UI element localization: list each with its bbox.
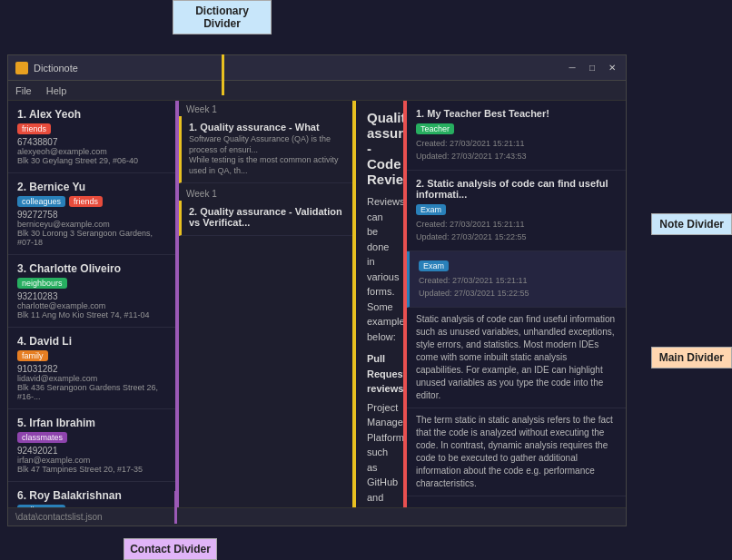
contact-item[interactable]: 6. Roy Balakrishnan colleagues 92624417 …: [8, 482, 175, 507]
contact-name: 6. Roy Balakrishnan: [17, 489, 166, 502]
contact-name: 1. Alex Yeoh: [17, 108, 166, 121]
section-content: Project Management Platforms such as Git…: [367, 400, 392, 508]
contact-email: irfan@example.com: [17, 456, 166, 465]
contact-tag: family: [17, 350, 48, 361]
contact-name: 5. Irfan Ibrahim: [17, 417, 166, 429]
contact-address: Blk 47 Tampines Street 20, #17-35: [17, 465, 166, 474]
contact-panel: 1. Alex Yeoh friends 67438807 alexyeoh@e…: [8, 101, 179, 507]
notes-index-title: 2. Static analysis of code can find usef…: [416, 178, 617, 200]
notes-index-body-text: Static analysis of code can find useful …: [407, 308, 626, 408]
contact-item[interactable]: 5. Irfan Ibrahim classmates 92492021 irf…: [8, 409, 175, 482]
notes-index-dates: Created: 27/03/2021 15:21:11Updated: 27/…: [416, 138, 617, 162]
main-divider-label: Main Divider: [651, 347, 732, 368]
notes-index-detail-tag: Exam: [419, 260, 449, 271]
close-button[interactable]: ✕: [606, 62, 618, 74]
notes-index-dates: Created: 27/03/2021 15:21:11Updated: 27/…: [416, 219, 617, 243]
contact-email: lidavid@example.com: [17, 374, 166, 383]
note-detail-body: Reviews can be done in various forms. So…: [367, 194, 392, 507]
contact-phone: 99272758: [17, 210, 166, 220]
note-divider-label: Note Divider: [651, 213, 732, 235]
contact-phone: 91031282: [17, 364, 166, 374]
contact-item[interactable]: 4. David Li family 91031282 lidavid@exam…: [8, 328, 175, 409]
contact-address: Blk 436 Serangoon Gardens Street 26, #16…: [17, 383, 166, 401]
contact-email: charlotte@example.com: [17, 301, 166, 310]
notes-index-tag: Teacher: [416, 123, 454, 134]
note-list-title: 2. Quality assurance - Validation vs Ver…: [189, 206, 345, 228]
status-text: \data\contactslist.json: [15, 512, 103, 522]
week-label: Week 1: [179, 101, 352, 116]
notes-index-item[interactable]: 2. Static analysis of code can find usef…: [407, 171, 626, 251]
contact-address: Blk 11 Ang Mo Kio Street 74, #11-04: [17, 310, 166, 319]
notes-list-panel: Week 1 1. Quality assurance - What Softw…: [179, 101, 356, 507]
app-icon: [15, 62, 28, 74]
note-list-item[interactable]: 2. Quality assurance - Validation vs Ver…: [179, 201, 352, 236]
notes-index-tag: Exam: [416, 204, 446, 215]
contact-tag: friends: [69, 196, 103, 207]
contact-email: berniceyu@example.com: [17, 220, 166, 229]
contact-tag: friends: [17, 123, 51, 134]
contact-item[interactable]: 1. Alex Yeoh friends 67438807 alexyeoh@e…: [8, 101, 175, 173]
contact-divider-line: [174, 491, 177, 524]
note-list-item[interactable]: 1. Quality assurance - What Software Qua…: [179, 116, 352, 183]
app-title: Dictionote: [34, 63, 78, 74]
contact-tag: classmates: [17, 432, 67, 443]
dictionary-divider-label: Dictionary Divider: [173, 0, 272, 34]
note-detail-panel: Quality assurance - Code Reviews Reviews…: [356, 101, 403, 507]
app-window: Dictionote ─ □ ✕ File Help 1. Alex Yeoh …: [7, 54, 627, 526]
dictionary-divider-line: [222, 54, 224, 95]
main-content: 1. Alex Yeoh friends 67438807 alexyeoh@e…: [8, 101, 626, 507]
maximize-button[interactable]: □: [586, 62, 598, 74]
note-list-title: 1. Quality assurance - What: [189, 122, 345, 133]
minimize-button[interactable]: ─: [566, 62, 579, 74]
contact-phone: 92492021: [17, 446, 166, 456]
note-detail-title: Quality assurance - Code Reviews: [367, 110, 392, 187]
contact-tag: neighbours: [17, 278, 67, 289]
contact-tag: colleagues: [17, 505, 65, 507]
menu-help[interactable]: Help: [46, 85, 67, 96]
section-heading: Pull Request reviews: [367, 351, 392, 397]
contact-divider-label: Contact Divider: [124, 538, 217, 560]
contact-phone: 93210283: [17, 291, 166, 301]
note-list-preview2: While testing is the most common activit…: [189, 155, 345, 176]
contact-name: 2. Bernice Yu: [17, 181, 166, 193]
contact-item[interactable]: 3. Charlotte Oliveiro neighbours 9321028…: [8, 255, 175, 328]
week-label: Week 1: [179, 185, 352, 201]
contact-phone: 67438807: [17, 137, 166, 147]
contact-email: alexyeoh@example.com: [17, 147, 166, 156]
status-bar: \data\contactslist.json: [8, 507, 626, 526]
contact-name: 4. David Li: [17, 335, 166, 348]
notes-index-detail-item: Exam Created: 27/03/2021 15:21:11Updated…: [407, 251, 626, 308]
notes-index-detail-dates: Created: 27/03/2021 15:21:11Updated: 27/…: [419, 275, 617, 300]
notes-index-item[interactable]: 1. My Teacher Best Teacher! Teacher Crea…: [407, 101, 626, 171]
title-bar: Dictionote ─ □ ✕: [8, 55, 626, 81]
menu-bar: File Help: [8, 81, 626, 101]
contact-name: 3. Charlotte Oliveiro: [17, 262, 166, 275]
notes-index-body-text2: The term static in static analysis refer…: [407, 408, 626, 496]
note-body-intro: Reviews can be done in various forms. So…: [367, 194, 392, 344]
menu-file[interactable]: File: [15, 85, 32, 96]
notes-index-title: 1. My Teacher Best Teacher!: [416, 108, 617, 119]
contact-address: Blk 30 Geylang Street 29, #06-40: [17, 156, 166, 165]
title-bar-left: Dictionote: [15, 62, 78, 74]
contact-item[interactable]: 2. Bernice Yu colleaguesfriends 99272758…: [8, 173, 175, 255]
notes-index-panel: 1. My Teacher Best Teacher! Teacher Crea…: [403, 101, 626, 507]
contact-tag: colleagues: [17, 196, 65, 207]
title-bar-controls: ─ □ ✕: [566, 62, 618, 74]
note-list-preview1: Software Quality Assurance (QA) is the p…: [189, 134, 345, 155]
contact-address: Blk 30 Lorong 3 Serangoon Gardens, #07-1…: [17, 229, 166, 247]
